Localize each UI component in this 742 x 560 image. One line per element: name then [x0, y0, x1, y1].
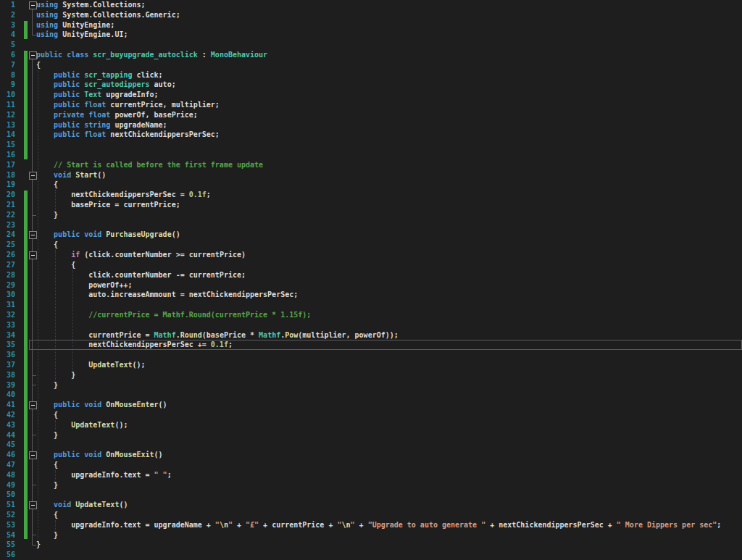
code-line[interactable]: 38 }	[0, 370, 742, 380]
code-line[interactable]: 46 public void OnMouseExit()	[0, 450, 742, 460]
code-line[interactable]: 55}	[0, 540, 742, 550]
line-number[interactable]: 6	[0, 50, 15, 60]
code-line[interactable]: 49 }	[0, 480, 742, 490]
line-number[interactable]: 56	[0, 550, 15, 560]
code-editor[interactable]: 1using System.Collections;2using System.…	[0, 0, 742, 560]
code-line[interactable]: 28 click.counterNumber -= currentPrice;	[0, 270, 742, 280]
line-number[interactable]: 44	[0, 430, 15, 440]
line-number[interactable]: 3	[0, 20, 15, 30]
line-number[interactable]: 20	[0, 190, 15, 200]
line-number[interactable]: 52	[0, 510, 15, 520]
line-number[interactable]: 12	[0, 110, 15, 120]
line-number[interactable]: 46	[0, 450, 15, 460]
fold-collapse-icon[interactable]	[29, 1, 37, 9]
line-number[interactable]: 4	[0, 30, 15, 40]
line-number[interactable]: 54	[0, 530, 15, 540]
line-number[interactable]: 30	[0, 290, 15, 300]
line-number[interactable]: 8	[0, 70, 15, 80]
code-line[interactable]: 54 }	[0, 530, 742, 540]
line-number[interactable]: 18	[0, 170, 15, 180]
fold-collapse-icon[interactable]	[29, 172, 37, 180]
code-line[interactable]: 2using System.Collections.Generic;	[0, 10, 742, 20]
code-line[interactable]: 52 {	[0, 510, 742, 520]
code-line[interactable]: 37 UpdateText();	[0, 360, 742, 370]
line-number[interactable]: 24	[0, 230, 15, 240]
line-number[interactable]: 10	[0, 90, 15, 100]
code-line[interactable]: 16	[0, 150, 742, 160]
line-number[interactable]: 25	[0, 240, 15, 250]
code-line[interactable]: 15	[0, 140, 742, 150]
code-line[interactable]: 42 {	[0, 410, 742, 420]
line-number[interactable]: 11	[0, 100, 15, 110]
code-line[interactable]: 25 {	[0, 240, 742, 250]
code-line[interactable]: 12 private float powerOf, basePrice;	[0, 110, 742, 120]
line-number[interactable]: 28	[0, 270, 15, 280]
line-number[interactable]: 15	[0, 140, 15, 150]
line-number[interactable]: 55	[0, 540, 15, 550]
code-line[interactable]: 51 void UpdateText()	[0, 500, 742, 510]
code-line[interactable]: 1using System.Collections;	[0, 0, 742, 10]
code-line[interactable]: 7{	[0, 60, 742, 70]
fold-collapse-icon[interactable]	[29, 51, 37, 59]
line-number[interactable]: 29	[0, 280, 15, 291]
line-number[interactable]: 17	[0, 160, 15, 170]
line-number[interactable]: 2	[0, 10, 15, 20]
code-line[interactable]: 45	[0, 440, 742, 450]
code-line[interactable]: 9 public scr_autodippers auto;	[0, 80, 742, 90]
fold-collapse-icon[interactable]	[29, 501, 37, 509]
line-number[interactable]: 37	[0, 360, 15, 370]
code-line[interactable]: 53 upgradeInfo.text = upgradeName + "\n"…	[0, 520, 742, 530]
code-line[interactable]: 32 //currentPrice = Mathf.Round(currentP…	[0, 310, 742, 320]
line-number[interactable]: 5	[0, 40, 15, 50]
code-line[interactable]: 30 auto.increaseAmmount = nextChickendip…	[0, 290, 742, 300]
code-line[interactable]: 19 {	[0, 180, 742, 190]
code-line[interactable]: 36	[0, 350, 742, 360]
code-line[interactable]: 3using UnityEngine;	[0, 20, 742, 30]
fold-collapse-icon[interactable]	[29, 451, 37, 459]
line-number[interactable]: 14	[0, 130, 15, 140]
line-number[interactable]: 53	[0, 520, 15, 530]
code-line[interactable]: 35 nextChickendippersPerSec += 0.1f;	[0, 340, 742, 350]
code-line[interactable]: 39 }	[0, 380, 742, 390]
code-line[interactable]: 14 public float nextChickendippersPerSec…	[0, 130, 742, 140]
line-number[interactable]: 39	[0, 380, 15, 390]
code-line[interactable]: 11 public float currentPrice, multiplier…	[0, 100, 742, 110]
code-line[interactable]: 18 void Start()	[0, 170, 742, 180]
code-line[interactable]: 6public class scr_buyupgrade_autoclick :…	[0, 50, 742, 60]
fold-collapse-icon[interactable]	[29, 251, 37, 259]
line-number[interactable]: 23	[0, 220, 15, 230]
line-number[interactable]: 50	[0, 490, 15, 500]
fold-collapse-icon[interactable]	[29, 401, 37, 409]
line-number[interactable]: 47	[0, 460, 15, 470]
code-line[interactable]: 13 public string upgradeName;	[0, 120, 742, 130]
code-line[interactable]: 8 public scr_tapping click;	[0, 70, 742, 80]
line-number[interactable]: 32	[0, 310, 15, 320]
line-number[interactable]: 36	[0, 350, 15, 360]
fold-collapse-icon[interactable]	[29, 231, 37, 239]
code-line[interactable]: 43 UpdateText();	[0, 420, 742, 430]
code-line[interactable]: 4using UnityEngine.UI;	[0, 30, 742, 40]
code-line[interactable]: 5	[0, 40, 742, 50]
code-line[interactable]: 44 }	[0, 430, 742, 440]
line-number[interactable]: 38	[0, 370, 15, 380]
code-line[interactable]: 10 public Text upgradeInfo;	[0, 90, 742, 100]
line-number[interactable]: 49	[0, 480, 15, 490]
code-line[interactable]: 29 powerOf++;	[0, 280, 742, 291]
line-number[interactable]: 27	[0, 260, 15, 270]
code-line[interactable]: 56	[0, 550, 742, 560]
code-line[interactable]: 50	[0, 490, 742, 500]
line-number[interactable]: 21	[0, 200, 15, 210]
line-number[interactable]: 1	[0, 0, 15, 10]
code-line[interactable]: 47 {	[0, 460, 742, 470]
code-line[interactable]: 21 basePrice = currentPrice;	[0, 200, 742, 210]
code-line[interactable]: 33	[0, 320, 742, 330]
code-line[interactable]: 23	[0, 220, 742, 230]
code-line[interactable]: 34 currentPrice = Mathf.Round(basePrice …	[0, 330, 742, 340]
line-number[interactable]: 16	[0, 150, 15, 160]
line-number[interactable]: 40	[0, 390, 15, 400]
code-line[interactable]: 20 nextChickendippersPerSec = 0.1f;	[0, 190, 742, 200]
line-number[interactable]: 42	[0, 410, 15, 420]
line-number[interactable]: 41	[0, 400, 15, 410]
code-line[interactable]: 41 public void OnMouseEnter()	[0, 400, 742, 410]
code-line[interactable]: 26 if (click.counterNumber >= currentPri…	[0, 250, 742, 260]
